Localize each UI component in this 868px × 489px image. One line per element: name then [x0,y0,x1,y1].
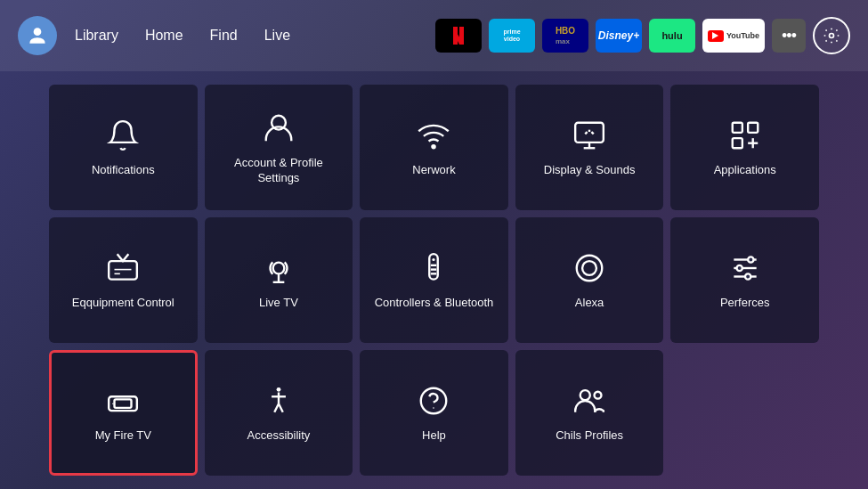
grid-network[interactable]: Nerwork [360,85,508,210]
display-icon [571,117,608,154]
nav-find[interactable]: Find [210,28,238,44]
myfiretv-label: My Fire TV [95,428,151,444]
controllers-label: Controllers & Bluetooth [375,296,494,311]
app-icons-bar: primevideo HBOmax Disney+ hulu YouTube •… [435,17,850,54]
svg-point-44 [434,407,435,409]
apps-icon [726,117,764,154]
app-hulu[interactable]: hulu [649,19,695,53]
svg-point-46 [595,392,602,399]
applications-label: Applications [714,163,776,178]
grid-display[interactable]: Display & Sounds [515,85,664,210]
settings-button[interactable] [813,17,850,54]
svg-point-37 [112,403,114,404]
svg-line-42 [279,403,283,412]
person-icon [260,110,297,147]
grid-alexa[interactable]: Alexa [515,217,664,343]
account-label: Account & Profile Settings [214,156,345,186]
grid-help[interactable]: Help [360,350,508,476]
display-label: Display & Sounds [544,163,636,178]
notifications-label: Notifications [92,163,155,178]
svg-point-5 [830,34,834,38]
antenna-icon [260,249,297,287]
app-youtube[interactable]: YouTube [702,19,765,53]
svg-line-41 [274,403,279,412]
livetv-label: Live TV [259,296,298,311]
accessibility-icon [260,382,297,420]
preferences-label: Perferces [720,296,770,311]
nav-live[interactable]: Live [264,28,290,44]
svg-point-45 [580,390,590,400]
grid-equipment[interactable]: Eqquipment Control [49,217,198,343]
grid-myfiretv[interactable]: My Fire TV [49,350,198,476]
settings-grid: Notifications Account & Profile Settings… [0,71,868,489]
app-hbo[interactable]: HBOmax [542,19,588,53]
svg-point-38 [277,387,281,392]
sliders-icon [726,249,764,287]
wifi-icon [415,117,452,154]
svg-point-27 [577,256,603,281]
help-label: Help [422,428,446,444]
top-bar: Library Home Find Live primevideo HBOmax… [0,0,868,71]
grid-account[interactable]: Account & Profile Settings [205,85,353,210]
profiles-icon [571,382,608,420]
svg-rect-11 [732,123,742,133]
app-disney[interactable]: Disney+ [596,19,642,53]
tv-icon [104,249,142,287]
svg-point-0 [34,28,42,36]
nav-library[interactable]: Library [75,28,118,44]
svg-point-33 [736,265,742,271]
childprofiles-label: Chils Profiles [556,428,623,444]
alexa-label: Alexa [575,296,604,311]
svg-rect-36 [115,399,132,408]
grid-childprofiles[interactable]: Chils Profiles [515,350,664,476]
grid-accessibility[interactable]: Accessibility [205,350,353,476]
svg-point-7 [433,145,435,148]
svg-point-32 [748,257,753,262]
remote-icon [415,249,452,287]
grid-applications[interactable]: Applications [670,85,819,210]
svg-point-19 [273,263,285,274]
svg-rect-12 [748,123,758,133]
svg-rect-22 [430,254,439,280]
svg-point-23 [433,258,435,261]
help-icon [415,382,452,420]
firetv-icon [104,382,142,420]
grid-notifications[interactable]: Notifications [49,85,198,210]
nav-links: Library Home Find Live [75,28,290,44]
accessibility-label: Accessibility [247,428,310,444]
network-label: Nerwork [412,163,455,178]
svg-rect-13 [732,138,742,148]
svg-rect-8 [575,123,604,143]
grid-controllers[interactable]: Controllers & Bluetooth [360,217,508,343]
bell-icon [104,117,142,154]
nav-home[interactable]: Home [145,28,183,44]
app-prime[interactable]: primevideo [489,19,535,53]
grid-preferences[interactable]: Perferces [670,217,819,343]
grid-livetv[interactable]: Live TV [205,217,353,343]
app-more[interactable]: ••• [772,19,806,53]
app-netflix[interactable] [435,19,482,53]
svg-point-28 [582,261,596,275]
equipment-label: Eqquipment Control [72,296,174,311]
avatar[interactable] [18,16,57,55]
alexa-icon [571,249,608,287]
svg-point-34 [745,273,750,279]
svg-point-43 [421,388,447,414]
